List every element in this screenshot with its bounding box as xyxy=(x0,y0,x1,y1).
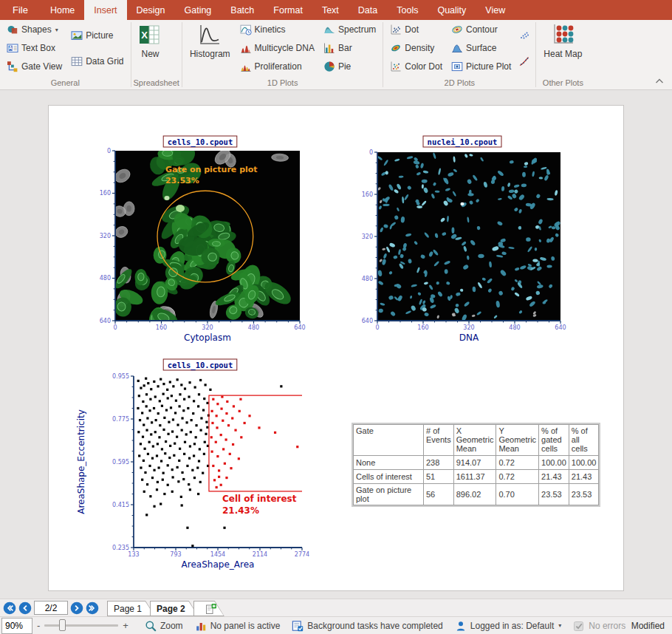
svg-text:A: A xyxy=(9,45,13,50)
proliferation-button[interactable]: Proliferation xyxy=(238,59,317,74)
last-page-button[interactable] xyxy=(86,601,99,615)
zoom-out-button[interactable]: - xyxy=(32,620,44,631)
modified-indicator: Modified xyxy=(631,621,665,631)
y-tick-label: 0 xyxy=(107,148,111,154)
picture-button[interactable]: Picture xyxy=(69,28,126,43)
mini-dot-plot-button[interactable] xyxy=(516,28,532,43)
y-tick-label: 0.775 xyxy=(112,416,129,423)
gate-label[interactable]: Gate on picture plot xyxy=(165,165,258,174)
group-label-other-plots: Other Plots xyxy=(538,77,587,89)
histogram-label: Histogram xyxy=(190,49,230,59)
next-page-button[interactable] xyxy=(70,601,83,615)
tab-insert[interactable]: Insert xyxy=(84,0,126,20)
picture-plot-button[interactable]: Picture Plot xyxy=(449,59,513,74)
table-cell: 23.53 xyxy=(539,484,569,505)
statistics-table[interactable]: Gate# of EventsX Geometric MeanY Geometr… xyxy=(352,423,600,507)
x-tick-label: 1454 xyxy=(210,551,225,558)
table-cell: 23.53 xyxy=(569,484,599,505)
zoom-slider[interactable] xyxy=(44,624,118,627)
table-cell: Gate on picture plot xyxy=(354,484,424,505)
x-tick-label: 160 xyxy=(156,324,167,331)
x-tick-label: 320 xyxy=(202,324,213,331)
table-cell: 0.72 xyxy=(496,470,539,484)
tab-home[interactable]: Home xyxy=(41,0,84,20)
tab-quality[interactable]: Quality xyxy=(428,0,476,20)
mini-trend-plot-icon xyxy=(518,55,530,67)
tab-view[interactable]: View xyxy=(476,0,515,20)
density-plot-button[interactable]: Density xyxy=(388,41,445,55)
surface-plot-icon xyxy=(451,42,463,54)
picture-icon xyxy=(71,30,83,41)
tab-batch[interactable]: Batch xyxy=(221,0,264,20)
layout-page[interactable]: cells_10.cpoutGate on picture plot23.53%… xyxy=(48,105,624,591)
tab-design[interactable]: Design xyxy=(127,0,175,20)
y-tick-label: 160 xyxy=(100,190,111,197)
dot-plot-button[interactable]: Dot xyxy=(388,22,445,37)
table-cell: 1611.37 xyxy=(453,470,496,484)
table-header-cell: % of gated cells xyxy=(539,425,569,456)
x-tick-label: 640 xyxy=(555,324,566,331)
bar-plot-button[interactable]: Bar xyxy=(321,41,378,55)
tab-tools[interactable]: Tools xyxy=(387,0,428,20)
mini-trend-plot-button[interactable] xyxy=(516,54,532,69)
proliferation-label: Proliferation xyxy=(255,61,302,72)
new-page-tab-button[interactable] xyxy=(193,601,224,616)
tab-format[interactable]: Format xyxy=(264,0,312,20)
scatter-plot[interactable]: cells_10.cpout1337931454211427740.9550.7… xyxy=(75,357,326,579)
gate-view-button[interactable]: Gate View xyxy=(4,59,64,74)
tab-file[interactable]: File xyxy=(0,0,41,20)
scatter-gate-rectangle[interactable] xyxy=(209,395,302,491)
previous-page-button[interactable] xyxy=(18,601,32,615)
heat-map-button[interactable]: Heat Map xyxy=(538,21,587,59)
kinetics-button[interactable]: Kinetics xyxy=(238,22,317,37)
y-tick-label: 0.595 xyxy=(112,459,129,466)
zoom-tool-label: Zoom xyxy=(160,621,183,631)
text-box-button[interactable]: AText Box xyxy=(4,41,64,55)
zoom-percent-input[interactable] xyxy=(1,618,32,634)
contour-plot-label: Contour xyxy=(466,24,498,35)
tab-text[interactable]: Text xyxy=(312,0,349,20)
spectrum-button[interactable]: Spectrum xyxy=(321,22,378,37)
ribbon-group-2d-plots: Dot Density Color Dot Contour Surface Pi… xyxy=(383,20,535,89)
contour-plot-button[interactable]: Contour xyxy=(449,22,513,37)
ribbon: Shapes▾ AText Box Gate View Picture Data… xyxy=(0,20,672,90)
pie-plot-button[interactable]: Pie xyxy=(321,59,378,74)
plot-title: cells_10.cpout xyxy=(168,361,233,370)
page-tab-1-label: Page 1 xyxy=(107,604,155,614)
collapse-ribbon-button[interactable] xyxy=(654,75,665,87)
x-tick-label: 480 xyxy=(248,324,259,331)
color-dot-label: Color Dot xyxy=(405,61,442,72)
page-tab-1[interactable]: Page 1 xyxy=(107,601,155,616)
surface-plot-button[interactable]: Surface xyxy=(449,41,513,55)
dot-plot-icon xyxy=(390,24,402,35)
errors-status-label: No errors xyxy=(589,621,625,631)
tab-gating[interactable]: Gating xyxy=(174,0,221,20)
page-position-indicator[interactable]: 2/2 xyxy=(34,601,68,615)
page-tab-2[interactable]: Page 2 xyxy=(150,601,199,616)
table-header-cell: X Geometric Mean xyxy=(453,425,496,456)
data-grid-button[interactable]: Data Grid xyxy=(69,54,126,69)
table-header-cell: Gate xyxy=(354,425,424,456)
x-axis-label: DNA xyxy=(459,333,479,343)
tab-data[interactable]: Data xyxy=(349,0,387,20)
shapes-button[interactable]: Shapes▾ xyxy=(4,22,64,37)
multicycle-dna-button[interactable]: Multicycle DNA xyxy=(238,41,317,55)
zoom-slider-thumb[interactable] xyxy=(59,619,66,631)
zoom-tool[interactable]: Zoom xyxy=(145,620,183,632)
table-cell: 100.00 xyxy=(569,456,599,470)
document-canvas[interactable]: cells_10.cpoutGate on picture plot23.53%… xyxy=(0,90,672,599)
gate-label[interactable]: Cell of interest xyxy=(222,494,297,504)
kinetics-label: Kinetics xyxy=(255,24,286,35)
zoom-in-button[interactable]: + xyxy=(118,620,133,631)
picture-plot-nuclei[interactable]: nuclei_10.cpout0160320480640016032048064… xyxy=(359,134,580,347)
first-page-button[interactable] xyxy=(3,601,16,615)
new-spreadsheet-button[interactable]: XNew xyxy=(134,21,168,59)
background-tasks-status[interactable]: Background tasks have completed xyxy=(292,620,442,632)
login-status[interactable]: Logged in as: Default▾ xyxy=(455,620,561,632)
histogram-button[interactable]: Histogram xyxy=(185,21,236,59)
page-navigation-bar: 2/2 Page 1 Page 2 xyxy=(0,599,672,616)
color-dot-button[interactable]: Color Dot xyxy=(388,59,445,74)
table-cell: 100.00 xyxy=(539,456,569,470)
kinetics-icon xyxy=(240,24,252,35)
picture-plot-cells[interactable]: cells_10.cpoutGate on picture plot23.53%… xyxy=(97,134,311,347)
